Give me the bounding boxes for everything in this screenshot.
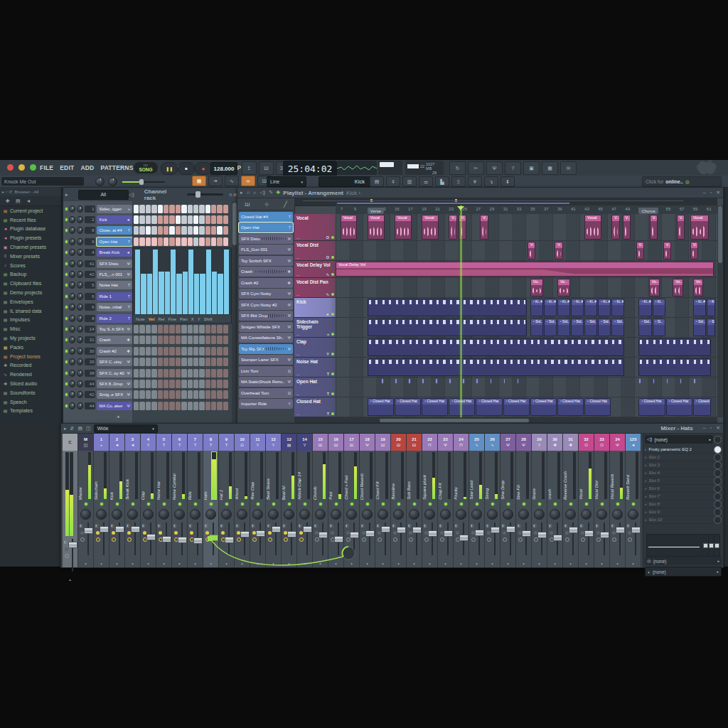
step-cell[interactable] [176,325,181,333]
strip-header[interactable]: 10Ω [235,434,250,451]
record-arm-icon[interactable] [252,537,257,542]
oscilloscope[interactable] [337,161,377,175]
channel-volume-knob[interactable] [77,391,83,398]
strip-pan-knob[interactable] [471,509,482,520]
step-cell[interactable] [223,325,228,333]
step-cell[interactable] [151,402,156,410]
strip-fader-zone[interactable]: ◧ [219,521,234,558]
channel-volume-knob[interactable] [77,227,83,234]
clip-plabel[interactable]: ▫ Closed Hat [503,398,530,416]
strip-enable-led[interactable] [476,503,478,505]
channel-row[interactable]: 8Close..at #4T [63,225,132,236]
browser-item[interactable]: ▤Templates [0,407,61,416]
step-cell[interactable] [193,402,198,410]
channel-button[interactable]: Kick◄ [97,215,132,224]
clip-mini[interactable] [680,378,682,384]
channel-row[interactable]: 42Smig..e SFXΨ [63,390,132,400]
step-cell[interactable] [146,215,151,224]
strip-header[interactable]: 23Ψ [438,434,453,451]
channel-button[interactable]: Ride 1T [97,292,132,301]
record-arm-icon[interactable] [440,537,444,542]
step-cell[interactable] [158,237,163,246]
step-cell[interactable] [181,390,186,399]
strip-route-arrow[interactable]: ▴ [156,558,171,567]
step-cell[interactable] [158,226,163,235]
channel-row[interactable]: 39SFX C..oisyΨ [63,357,132,368]
mixer-strip-hats[interactable]: 8THats◧▴ [203,434,219,567]
step-cell[interactable] [151,325,156,333]
fx-output-selector[interactable]: ◎ (none) ▸ [645,557,722,565]
strip-route-arrow[interactable]: ▴ [547,558,562,567]
strip-fader-zone[interactable]: ◧ [109,521,124,558]
channel-pan-knob[interactable] [69,238,75,245]
velocity-bar[interactable] [194,274,199,314]
step-cell[interactable] [193,336,198,344]
step-cell[interactable] [199,237,204,246]
clip-plabel[interactable]: ▫ Closed Hat [368,398,394,416]
step-cell[interactable] [139,336,144,344]
strip-header[interactable]: 24Π [454,434,469,451]
channel-row[interactable]: 2Kick◄ [63,214,132,225]
clip-mini[interactable] [422,378,424,384]
volume-fader[interactable] [193,537,203,544]
clip-audio[interactable]: V..l [611,215,619,240]
master-volume-slider[interactable] [122,181,165,183]
velocity-bar[interactable] [206,250,211,315]
clip-plabel[interactable]: ▫ Sid..2 [693,318,706,336]
step-cell[interactable] [217,402,222,410]
strip-fader-zone[interactable]: ◧ [344,521,359,558]
strip-route-arrow[interactable]: ▴ [485,558,500,567]
playlist-track-lane[interactable]: ▫ Closed Hat▫ Closed Hat▫ Closed Hat▫ Cl… [336,397,717,417]
step-cell[interactable] [151,226,156,235]
playlist-track-header[interactable]: Vocal Dist Pan...∿ [294,278,336,298]
step-cell[interactable] [181,347,186,355]
clip-plabel[interactable]: ▫ Ki..#2 [693,299,706,316]
step-cell[interactable] [146,380,151,388]
channel-button[interactable]: Open HatT [97,237,132,246]
strip-route-arrow[interactable]: ▴ [532,558,547,567]
channel-volume-knob[interactable] [77,315,83,322]
strip-fader-zone[interactable]: ◧ [125,521,140,558]
rack-menu-icon[interactable]: ▸ [65,192,68,198]
channel-button[interactable]: SFX DistoΨ [97,259,132,268]
strip-enable-led[interactable] [288,503,291,505]
playlist-track-header[interactable]: Kick...◄ [294,298,336,318]
clip-mini[interactable] [395,378,397,384]
clip-plabel[interactable]: ▫ Ki..#2 [544,299,557,316]
channel-pan-knob[interactable] [69,260,75,267]
step-cell[interactable] [199,205,204,213]
velocity-bar[interactable] [224,250,229,315]
strip-enable-led[interactable] [132,503,134,505]
browser-nav-icons[interactable]: ▸ ↑ ↺ [2,189,12,194]
mixer-strip-chord-pad[interactable]: 17ШChord + Pad◧▴ [344,434,360,567]
tempo-display[interactable]: 128.000 [210,162,237,175]
picker-item[interactable]: Linn TomΩ [239,366,293,376]
step-cell[interactable] [211,402,216,410]
step-cell[interactable] [217,380,222,388]
channel-mixer-number[interactable]: 6 [85,293,95,300]
channel-pan-knob[interactable] [69,380,75,387]
strip-body[interactable]: Hats [203,451,218,500]
mute-light[interactable] [550,531,553,535]
strip-enable-led[interactable] [147,503,150,505]
step-cell[interactable] [134,369,139,378]
channel-row[interactable]: 44SFX 8..DropΨ [63,378,132,389]
step-cell[interactable] [158,358,163,366]
edit-tool-3[interactable]: ∞ [241,176,255,186]
channel-button[interactable]: Close..at #4T [97,226,132,235]
picker-item[interactable]: Crash #2✚ [239,278,293,288]
channel-row[interactable]: 38SFX C..sy #2Ψ [63,368,132,378]
step-cell[interactable] [181,380,186,388]
strip-enable-led[interactable] [616,503,619,505]
step-cell[interactable] [176,237,181,246]
browser-item[interactable]: ▤Backup [0,270,61,279]
strip-body[interactable]: Ride [188,451,203,500]
step-cell[interactable] [151,205,156,213]
strip-enable-led[interactable] [554,503,557,505]
strip-header[interactable]: 125◄ [626,434,641,451]
mute-light[interactable] [221,531,225,535]
strip-fader-zone[interactable]: ◧ [626,521,641,558]
fx-slot-knob[interactable] [714,469,722,477]
step-cell[interactable] [223,369,228,378]
step-cell[interactable] [217,205,222,213]
